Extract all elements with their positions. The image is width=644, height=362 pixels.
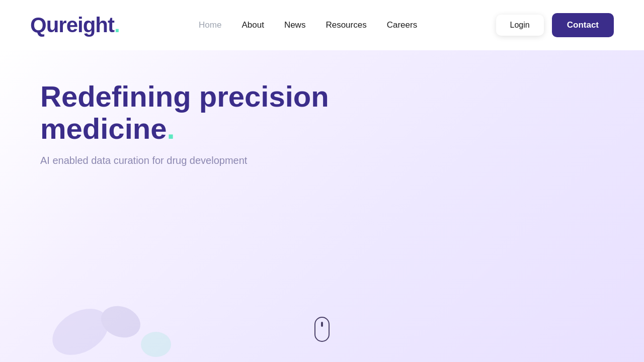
header: Qureight . Home About News Resources Car…	[0, 0, 644, 50]
logo: Qureight .	[30, 13, 120, 37]
login-button[interactable]: Login	[496, 15, 544, 36]
header-actions: Login Contact	[496, 13, 614, 37]
logo-text: Qureight	[30, 13, 114, 37]
blob-3	[141, 332, 171, 357]
nav-item-news[interactable]: News	[284, 20, 306, 30]
main-nav: Home About News Resources Careers	[199, 20, 417, 30]
nav-item-about[interactable]: About	[242, 20, 264, 30]
hero-title-text: Redefining precision medicine	[40, 80, 329, 145]
mouse-wheel	[321, 322, 323, 327]
mouse-icon	[314, 317, 330, 342]
nav-item-home[interactable]: Home	[199, 20, 221, 30]
contact-button[interactable]: Contact	[552, 13, 614, 37]
decorative-blobs	[0, 261, 201, 362]
hero-title-dot: .	[167, 112, 175, 145]
hero-title: Redefining precision medicine.	[40, 80, 392, 145]
nav-item-resources[interactable]: Resources	[326, 20, 366, 30]
logo-dot: .	[114, 13, 120, 37]
scroll-indicator	[314, 317, 330, 342]
hero-section: Redefining precision medicine. AI enable…	[0, 50, 644, 362]
hero-subtitle: AI enabled data curation for drug develo…	[40, 155, 292, 166]
nav-item-careers[interactable]: Careers	[387, 20, 417, 30]
